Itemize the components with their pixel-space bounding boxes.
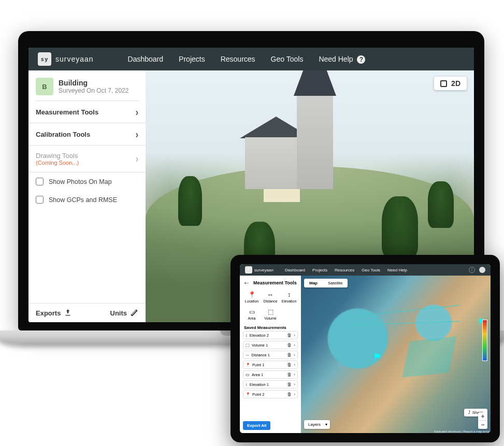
checkbox-icon[interactable]	[36, 196, 44, 204]
layers-dropdown[interactable]: Layers	[304, 420, 330, 429]
saved-measurement-row[interactable]: ⬚Volume 1🗑›	[243, 341, 298, 349]
chevron-right-icon: ›	[294, 333, 295, 338]
saved-measurement-row[interactable]: 📍Point 2🗑›	[243, 390, 298, 398]
measure-name: Point 2	[252, 392, 264, 397]
chevron-right-icon: ›	[136, 153, 138, 165]
tnav-dashboard[interactable]: Dashboard	[285, 268, 305, 272]
tool-area[interactable]: ▭ Area	[243, 306, 261, 322]
zoom-out-button[interactable]: −	[478, 421, 487, 429]
saved-measurement-row[interactable]: ↕Elevation 2🗑›	[243, 331, 298, 339]
measure-name: Point 1	[252, 363, 264, 367]
saved-measurement-row[interactable]: ↔Distance 1🗑›	[243, 351, 298, 359]
tool-grid: 📍 Location ↔ Distance ↕ Elevation ▭ Area	[243, 289, 298, 322]
map-measure-line	[354, 305, 460, 316]
tool-elevation[interactable]: ↕ Elevation	[280, 289, 298, 305]
chevron-right-icon: ›	[294, 372, 295, 377]
map-tab-map[interactable]: Map	[304, 279, 323, 287]
tool-measurement[interactable]: Measurement Tools ›	[28, 101, 146, 123]
trash-icon[interactable]: 🗑	[287, 372, 292, 377]
tool-calibration[interactable]: Calibration Tools ›	[28, 123, 146, 146]
tablet-right: !	[469, 267, 485, 273]
tool-location-label: Location	[245, 299, 258, 303]
saved-list: ↕Elevation 2🗑›⬚Volume 1🗑›↔Distance 1🗑›📍P…	[243, 331, 298, 400]
ruler-icon	[130, 309, 138, 317]
brand-logo-icon	[245, 266, 252, 274]
map-tab-satellite[interactable]: Satellite	[323, 279, 348, 287]
checkbox-icon[interactable]	[36, 178, 44, 185]
trash-icon[interactable]: 🗑	[287, 382, 292, 387]
tool-location[interactable]: 📍 Location	[243, 289, 261, 305]
notifications-icon[interactable]: !	[469, 267, 475, 273]
check-show-gcps[interactable]: Show GCPs and RMSE	[28, 191, 146, 209]
tablet-brand-text: surveyaan	[254, 268, 273, 272]
exports-button[interactable]: Exports	[36, 309, 72, 317]
nav-dashboard[interactable]: Dashboard	[128, 55, 164, 64]
tablet-nav: Dashboard Projects Resources Geo Tools N…	[285, 268, 407, 272]
topnav: Dashboard Projects Resources Geo Tools N…	[128, 55, 366, 64]
chevron-right-icon: ›	[294, 352, 295, 357]
tablet-side-header: ← Measurement Tools	[243, 279, 298, 287]
project-meta: Building Surveyed On Oct 7, 2022	[59, 79, 128, 94]
tool-drawing-label-wrap: Drawing Tools (Coming Soon...)	[36, 152, 79, 166]
tool-distance[interactable]: ↔ Distance	[262, 289, 279, 305]
trash-icon[interactable]: 🗑	[287, 333, 292, 338]
tablet-topbar: surveyaan Dashboard Projects Resources G…	[240, 264, 491, 276]
nav-help[interactable]: Need Help ?	[319, 55, 365, 64]
nav-projects[interactable]: Projects	[179, 55, 205, 64]
measure-name: Volume 1	[252, 343, 268, 348]
saved-measurement-row[interactable]: ▭Area 1🗑›	[243, 370, 298, 379]
measure-type-icon: 📍	[246, 363, 250, 367]
tnav-projects[interactable]: Projects	[312, 268, 327, 272]
tool-measurement-label: Measurement Tools	[36, 108, 98, 116]
building-main	[297, 96, 333, 189]
exports-label: Exports	[36, 309, 61, 317]
units-button[interactable]: Units	[110, 309, 139, 317]
tool-empty	[280, 306, 298, 322]
tool-drawing-label: Drawing Tools	[36, 152, 78, 160]
view-toggle-2d[interactable]: 2D	[434, 77, 467, 90]
chevron-right-icon: ›	[136, 106, 138, 118]
nav-resources[interactable]: Resources	[221, 55, 255, 64]
trash-icon[interactable]: 🗑	[287, 392, 292, 397]
chevron-right-icon: ›	[294, 392, 295, 397]
tool-volume-label: Volume	[264, 316, 276, 320]
measure-type-icon: ▭	[246, 372, 250, 377]
trash-icon[interactable]: 🗑	[287, 362, 292, 367]
tnav-help[interactable]: Need Help	[387, 268, 407, 272]
tnav-geotools[interactable]: Geo Tools	[362, 268, 380, 272]
trash-icon[interactable]: 🗑	[287, 342, 292, 348]
export-all-button[interactable]: Export All	[243, 421, 270, 430]
export-icon	[64, 309, 72, 317]
avatar[interactable]	[479, 267, 485, 273]
tool-calibration-label: Calibration Tools	[36, 131, 90, 138]
elevation-gradient-legend	[482, 320, 487, 361]
saved-measurement-row[interactable]: 📍Point 1🗑›	[243, 361, 298, 369]
zoom-control: + −	[478, 412, 487, 429]
chevron-right-icon: ›	[136, 128, 138, 140]
tool-drawing: Drawing Tools (Coming Soon...) ›	[28, 146, 146, 172]
elevation-icon: ↕	[285, 291, 293, 298]
brand-text: surveyaan	[55, 55, 94, 63]
check-show-photos[interactable]: Show Photos On Map	[28, 172, 146, 191]
saved-measurement-row[interactable]: ↕Elevation 1🗑›	[243, 380, 298, 389]
zoom-in-button[interactable]: +	[478, 412, 487, 421]
tnav-resources[interactable]: Resources	[335, 268, 354, 272]
measure-name: Distance 1	[252, 353, 270, 357]
project-block[interactable]: B Building Surveyed On Oct 7, 2022	[28, 70, 146, 100]
brand[interactable]: sy surveyaan	[38, 52, 94, 66]
map-viewport[interactable]: ⚑ ⚑ Map Satellite Layers ⤴ Share + − Key…	[301, 276, 491, 433]
tree-icon	[178, 176, 202, 226]
map-attribution: Keyboard shortcuts | Report a map error	[434, 430, 489, 433]
check-show-gcps-label: Show GCPs and RMSE	[49, 196, 117, 204]
tool-volume[interactable]: ⬚ Volume	[262, 306, 279, 322]
measure-type-icon: ↕	[246, 333, 248, 338]
nav-geotools[interactable]: Geo Tools	[271, 55, 304, 64]
area-icon: ▭	[248, 308, 255, 315]
trash-icon[interactable]: 🗑	[287, 352, 292, 357]
tablet-brand[interactable]: surveyaan	[245, 266, 273, 274]
back-arrow-icon[interactable]: ←	[243, 279, 250, 287]
measure-type-icon: ⬚	[246, 343, 250, 348]
flag-marker-icon[interactable]: ⚑	[373, 351, 380, 361]
tablet-body: ← Measurement Tools 📍 Location ↔ Distanc…	[240, 276, 491, 433]
spire-icon	[294, 70, 336, 96]
